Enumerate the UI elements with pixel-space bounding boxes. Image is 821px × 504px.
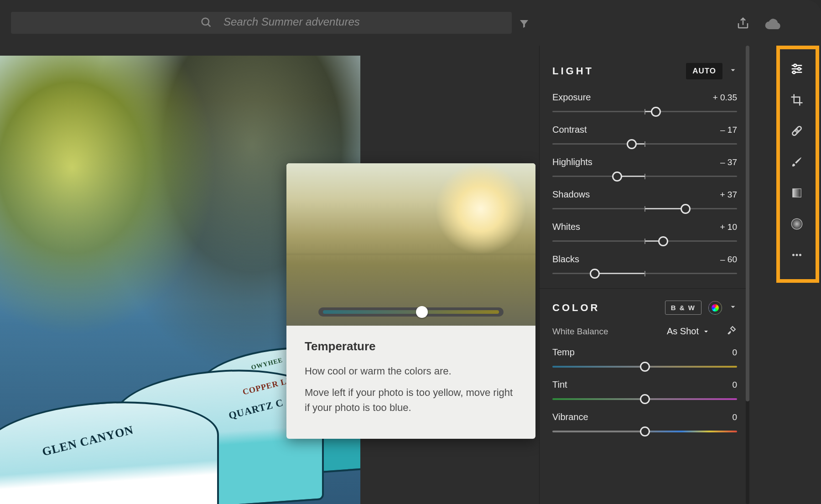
panel-scrollbar[interactable]	[745, 46, 750, 504]
tooltip-slider-thumb[interactable]	[416, 306, 428, 318]
tooltip-slider[interactable]	[318, 306, 504, 317]
slider-label: Tint	[552, 379, 567, 390]
slider-thumb[interactable]	[658, 236, 668, 246]
white-balance-label: White Balance	[552, 327, 608, 337]
svg-point-16	[792, 254, 795, 256]
svg-point-15	[791, 218, 802, 229]
crop-icon[interactable]	[789, 92, 805, 108]
svg-point-3	[794, 64, 797, 67]
top-bar: Search Summer adventures	[0, 0, 821, 45]
slider-track[interactable]	[552, 394, 737, 405]
tooltip-text: How cool or warm the colors are.	[305, 364, 517, 379]
slider-value: 0	[732, 348, 737, 358]
slider-label: Contrast	[552, 125, 587, 135]
slider-row-whites: Whites+ 10	[552, 222, 737, 247]
slider-thumb[interactable]	[612, 171, 622, 182]
light-section-header[interactable]: LIGHT AUTO	[552, 63, 737, 79]
tooltip-text: Move left if your photo is too yellow, m…	[305, 385, 517, 415]
white-balance-row: White Balance As Shot	[552, 325, 737, 338]
svg-rect-14	[793, 189, 800, 197]
white-balance-dropdown[interactable]: As Shot	[667, 326, 710, 337]
slider-label: Vibrance	[552, 412, 588, 422]
slider-value: 0	[732, 412, 737, 422]
svg-point-10	[798, 130, 798, 131]
color-section-header[interactable]: COLOR B & W	[552, 301, 737, 315]
search-placeholder: Search Summer adventures	[223, 16, 360, 28]
svg-point-12	[796, 132, 797, 132]
svg-point-17	[796, 254, 798, 256]
slider-label: Temp	[552, 347, 575, 358]
tool-strip	[777, 46, 816, 283]
slider-row-tint: Tint0	[552, 379, 737, 405]
svg-point-7	[793, 71, 795, 74]
svg-rect-8	[792, 126, 802, 136]
slider-thumb[interactable]	[640, 426, 650, 436]
tooltip-body: Temperature How cool or warm the colors …	[286, 326, 535, 439]
slider-thumb[interactable]	[681, 204, 691, 214]
slider-label: Exposure	[552, 92, 591, 103]
edit-sliders-icon[interactable]	[789, 61, 805, 77]
slider-value: + 10	[720, 222, 737, 232]
slider-row-shadows: Shadows+ 37	[552, 189, 737, 214]
tooltip-preview-image	[286, 163, 535, 326]
slider-value: 0	[732, 380, 737, 390]
slider-thumb[interactable]	[627, 139, 637, 149]
brush-icon[interactable]	[789, 154, 805, 170]
slider-track[interactable]	[552, 106, 737, 117]
auto-button[interactable]: AUTO	[686, 63, 722, 79]
slider-track[interactable]	[552, 361, 737, 372]
slider-value: – 17	[720, 125, 737, 135]
more-icon[interactable]	[789, 247, 805, 263]
slider-row-highlights: Highlights– 37	[552, 157, 737, 182]
slider-track[interactable]	[552, 203, 737, 214]
slider-label: Highlights	[552, 157, 592, 167]
svg-point-18	[799, 254, 801, 256]
edit-panel: LIGHT AUTO Exposure+ 0.35Contrast– 17Hig…	[539, 46, 750, 504]
slider-row-temp: Temp0	[552, 347, 737, 372]
slider-thumb[interactable]	[590, 269, 600, 279]
slider-track[interactable]	[552, 171, 737, 182]
svg-point-11	[796, 130, 797, 130]
svg-point-0	[202, 18, 209, 25]
section-title: COLOR	[552, 302, 600, 314]
slider-label: Whites	[552, 222, 580, 232]
slider-track[interactable]	[552, 268, 737, 279]
slider-track[interactable]	[552, 236, 737, 247]
slider-thumb[interactable]	[640, 362, 650, 372]
svg-point-5	[798, 68, 800, 70]
slider-row-exposure: Exposure+ 0.35	[552, 92, 737, 117]
healing-bandage-icon[interactable]	[789, 123, 805, 139]
tooltip-title: Temperature	[305, 339, 517, 353]
cloud-icon[interactable]	[764, 16, 783, 36]
chevron-down-icon[interactable]	[729, 303, 737, 313]
bw-toggle[interactable]: B & W	[665, 301, 701, 315]
slider-label: Blacks	[552, 254, 579, 265]
svg-line-1	[208, 24, 211, 27]
app-window: Search Summer adventures OWYHEE COPPER L…	[0, 0, 821, 504]
svg-point-9	[795, 130, 796, 131]
slider-track[interactable]	[552, 139, 737, 150]
chevron-down-icon	[702, 328, 710, 335]
slider-value: – 37	[720, 157, 737, 167]
slider-value: + 0.35	[713, 93, 737, 103]
slider-row-contrast: Contrast– 17	[552, 125, 737, 150]
color-mixer-icon[interactable]	[709, 301, 722, 314]
slider-track[interactable]	[552, 426, 737, 437]
slider-thumb[interactable]	[651, 107, 661, 117]
section-divider	[540, 288, 750, 289]
linear-gradient-icon[interactable]	[789, 185, 805, 201]
slider-value: – 60	[720, 255, 737, 265]
slider-value: + 37	[720, 190, 737, 200]
filter-icon[interactable]	[519, 18, 530, 31]
share-icon[interactable]	[736, 16, 750, 32]
eyedropper-icon[interactable]	[726, 325, 737, 338]
slider-row-vibrance: Vibrance0	[552, 412, 737, 437]
slider-label: Shadows	[552, 189, 590, 200]
chevron-down-icon[interactable]	[729, 66, 737, 76]
slider-row-blacks: Blacks– 60	[552, 254, 737, 279]
section-title: LIGHT	[552, 65, 594, 77]
search-icon	[200, 16, 213, 31]
radial-gradient-icon[interactable]	[789, 216, 805, 232]
slider-thumb[interactable]	[640, 394, 650, 404]
help-tooltip: Temperature How cool or warm the colors …	[286, 163, 535, 439]
